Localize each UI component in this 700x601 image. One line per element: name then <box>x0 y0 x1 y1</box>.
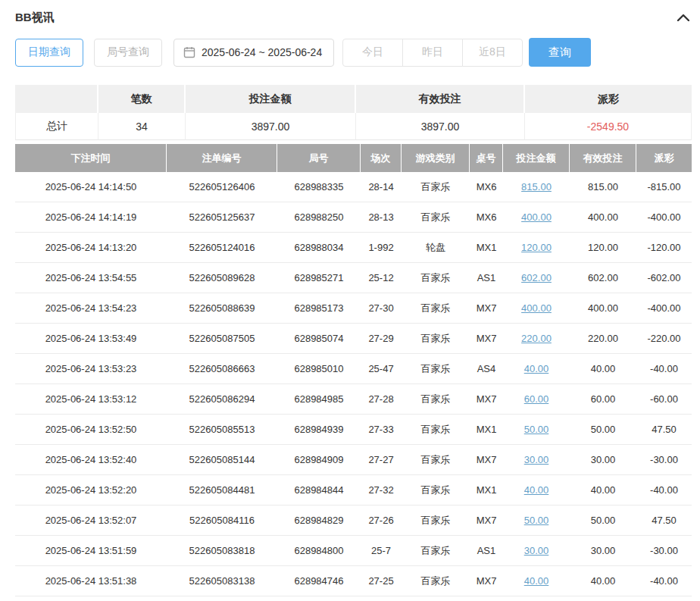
bet-time-cell: 2025-06-24 13:52:07 <box>15 506 167 536</box>
col-bet-time: 下注时间 <box>15 144 167 172</box>
table-row: 2025-06-24 13:51:38 522605083138 6289847… <box>15 566 692 596</box>
bet-no-cell: 522605126406 <box>167 172 277 202</box>
table-no-cell: AS4 <box>470 354 503 384</box>
bet-amount-link[interactable]: 400.00 <box>521 302 552 314</box>
bet-amount-link[interactable]: 50.00 <box>524 515 549 526</box>
bet-amount-link[interactable]: 60.00 <box>524 393 549 405</box>
bet-amount-cell: 50.00 <box>503 506 570 536</box>
bet-amount-link[interactable]: 220.00 <box>521 333 552 344</box>
table-row: 2025-06-24 13:52:50 522605085513 6289849… <box>15 415 692 445</box>
table-row: 2025-06-24 14:14:50 522605126406 6289883… <box>15 172 692 202</box>
session-cell: 28-14 <box>361 172 402 202</box>
payout-cell: 47.50 <box>636 506 692 536</box>
round-no-cell: 628985010 <box>277 354 361 384</box>
session-cell: 27-32 <box>361 475 402 506</box>
date-range-input[interactable]: 2025-06-24 ~ 2025-06-24 <box>173 39 334 67</box>
table-no-cell: MX7 <box>470 566 503 596</box>
bet-amount-link[interactable]: 400.00 <box>521 211 552 223</box>
bet-no-cell: 522605084481 <box>167 475 277 506</box>
session-cell: 25-47 <box>361 354 402 384</box>
panel-header: BB视讯 <box>15 0 692 26</box>
bet-no-cell: 522605085144 <box>167 445 277 475</box>
tab-date-query[interactable]: 日期查询 <box>15 39 83 67</box>
bet-amount-link[interactable]: 30.00 <box>524 545 549 556</box>
calendar-icon <box>183 46 195 58</box>
col-bet-amount: 投注金额 <box>503 144 570 172</box>
table-no-cell: MX6 <box>470 172 503 202</box>
table-no-cell: MX7 <box>470 293 503 324</box>
table-no-cell: MX7 <box>470 384 503 415</box>
bet-amount-cell: 30.00 <box>503 536 570 566</box>
session-cell: 27-29 <box>361 324 402 354</box>
search-button[interactable]: 查询 <box>529 38 591 67</box>
bet-amount-link[interactable]: 50.00 <box>524 424 549 435</box>
col-bet-no: 注单编号 <box>167 144 277 172</box>
bet-time-cell: 2025-06-24 13:52:40 <box>15 445 167 475</box>
game-type-cell: 百家乐 <box>402 202 470 233</box>
round-no-cell: 628988250 <box>277 202 361 233</box>
game-type-cell: 百家乐 <box>402 324 470 354</box>
bet-amount-link[interactable]: 40.00 <box>524 575 549 587</box>
bet-no-cell: 522605084116 <box>167 506 277 536</box>
game-type-cell: 百家乐 <box>402 475 470 506</box>
table-no-cell: MX7 <box>470 506 503 536</box>
summary-table: 笔数 投注金额 有效投注 派彩 总计 34 3897.00 3897.00 -2… <box>15 85 692 140</box>
game-type-cell: 百家乐 <box>402 415 470 445</box>
bet-time-cell: 2025-06-24 13:54:23 <box>15 293 167 324</box>
summary-header-count: 笔数 <box>98 85 186 113</box>
bet-no-cell: 522605124016 <box>167 233 277 263</box>
bet-no-cell: 522605085513 <box>167 415 277 445</box>
session-cell: 1-992 <box>361 233 402 263</box>
payout-cell: -602.00 <box>636 263 692 293</box>
valid-bet-cell: 400.00 <box>570 293 636 324</box>
valid-bet-cell: 40.00 <box>570 354 636 384</box>
bet-amount-link[interactable]: 120.00 <box>521 242 552 253</box>
bet-no-cell: 522605089628 <box>167 263 277 293</box>
table-row: 2025-06-24 14:13:20 522605124016 6289880… <box>15 233 692 263</box>
last-8-days-button[interactable]: 近8日 <box>462 39 523 67</box>
round-no-cell: 628988034 <box>277 233 361 263</box>
bet-amount-link[interactable]: 40.00 <box>524 484 549 496</box>
bet-amount-cell: 50.00 <box>503 415 570 445</box>
yesterday-button[interactable]: 昨日 <box>402 39 463 67</box>
bet-amount-cell: 60.00 <box>503 384 570 415</box>
bet-time-cell: 2025-06-24 13:52:50 <box>15 415 167 445</box>
game-type-cell: 百家乐 <box>402 566 470 596</box>
round-no-cell: 628985271 <box>277 263 361 293</box>
bet-no-cell: 522605083138 <box>167 566 277 596</box>
bet-amount-link[interactable]: 30.00 <box>524 454 549 465</box>
valid-bet-cell: 400.00 <box>570 202 636 233</box>
table-row: 2025-06-24 13:52:20 522605084481 6289848… <box>15 475 692 506</box>
today-button[interactable]: 今日 <box>342 39 403 67</box>
bet-amount-cell: 30.00 <box>503 445 570 475</box>
bet-time-cell: 2025-06-24 13:54:55 <box>15 263 167 293</box>
round-no-cell: 628985074 <box>277 324 361 354</box>
valid-bet-cell: 40.00 <box>570 475 636 506</box>
chevron-up-icon <box>677 14 689 21</box>
game-type-cell: 百家乐 <box>402 384 470 415</box>
payout-cell: -30.00 <box>636 445 692 475</box>
summary-bet-amount-value: 3897.00 <box>186 113 356 140</box>
bet-amount-link[interactable]: 602.00 <box>521 272 552 283</box>
table-row: 2025-06-24 13:52:07 522605084116 6289848… <box>15 506 692 536</box>
table-row: 2025-06-24 13:51:59 522605083818 6289848… <box>15 536 692 566</box>
round-no-cell: 628985173 <box>277 293 361 324</box>
table-row: 2025-06-24 13:52:40 522605085144 6289849… <box>15 445 692 475</box>
valid-bet-cell: 40.00 <box>570 566 636 596</box>
bet-amount-cell: 40.00 <box>503 475 570 506</box>
game-type-cell: 百家乐 <box>402 445 470 475</box>
bet-amount-link[interactable]: 815.00 <box>521 181 552 193</box>
bb-video-panel: BB视讯 日期查询 局号查询 2025-06-24 ~ 2025-06-24 今… <box>0 0 700 596</box>
table-no-cell: AS1 <box>470 536 503 566</box>
valid-bet-cell: 50.00 <box>570 415 636 445</box>
bet-amount-cell: 120.00 <box>503 233 570 263</box>
collapse-button[interactable] <box>675 9 692 26</box>
col-round-no: 局号 <box>277 144 361 172</box>
round-no-cell: 628984909 <box>277 445 361 475</box>
bet-amount-link[interactable]: 40.00 <box>524 363 549 374</box>
table-row: 2025-06-24 13:53:23 522605086663 6289850… <box>15 354 692 384</box>
quick-range-group: 今日 昨日 近8日 <box>342 39 523 67</box>
tab-round-query[interactable]: 局号查询 <box>94 39 162 67</box>
payout-cell: -815.00 <box>636 172 692 202</box>
summary-valid-bet-value: 3897.00 <box>356 113 525 140</box>
